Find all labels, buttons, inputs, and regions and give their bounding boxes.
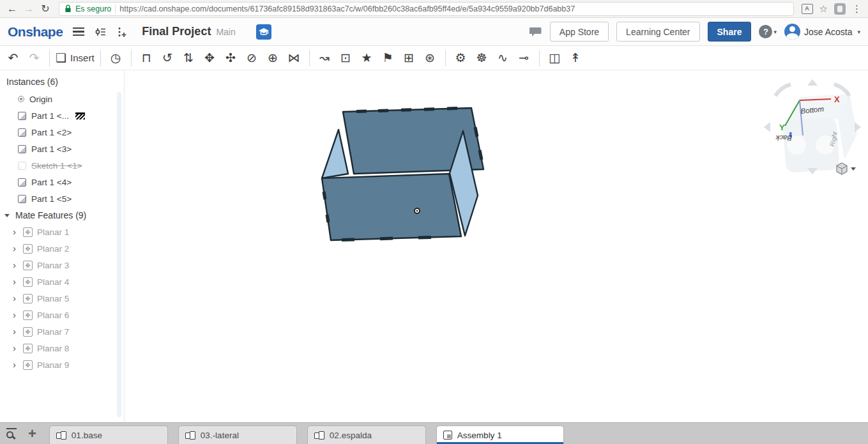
refresh-icon[interactable]: ↻ — [37, 1, 54, 17]
pin-slot-mate-button[interactable]: ⊘ — [243, 49, 261, 68]
box-assembly-model[interactable] — [322, 108, 483, 240]
mate-feature-row[interactable]: Planar 3 — [0, 257, 124, 273]
user-menu[interactable]: Jose Acosta ▾ — [784, 24, 860, 40]
view-cube[interactable]: X Y Bottom Back Right — [764, 79, 861, 174]
group-button[interactable]: ⊛ — [421, 49, 439, 68]
separator[interactable] — [539, 50, 540, 66]
document-tab[interactable]: 01.base — [49, 425, 168, 444]
document-tab[interactable]: 03.-lateral — [178, 425, 297, 444]
ball-mate-button[interactable]: ✣ — [222, 49, 240, 68]
select-region-button[interactable]: ⊡ — [337, 49, 355, 68]
mate-features-title: Mate Features (9) — [15, 210, 86, 220]
document-title[interactable]: Final Project — [142, 25, 211, 38]
planar-mate-button[interactable]: ✥ — [201, 49, 219, 68]
tangent-mate-button[interactable]: ⋈ — [285, 49, 303, 68]
redo-button[interactable]: ↷ — [25, 49, 43, 68]
mate-connector-button[interactable]: ★ — [358, 49, 376, 68]
mate-feature-row[interactable]: Planar 7 — [0, 323, 124, 340]
mate-feature-row[interactable]: Planar 2 — [0, 240, 124, 257]
share-button[interactable]: Share — [708, 22, 752, 42]
gear-relation-button[interactable]: ⚙ — [452, 49, 470, 68]
security-label: Es seguro — [75, 4, 111, 13]
planar-mate-icon — [23, 310, 33, 320]
undo-button[interactable]: ↶ — [4, 49, 22, 68]
named-position-button[interactable]: ⚑ — [379, 49, 397, 68]
instance-row[interactable]: Part 1 <4> — [0, 174, 124, 190]
bookmark-star-icon[interactable]: ☆ — [819, 3, 828, 15]
instance-row[interactable]: Part 1 <5> — [0, 190, 124, 207]
insert-button[interactable]: ❏ Insert — [56, 49, 95, 68]
instance-row[interactable]: Sketch 1 <1> — [0, 157, 124, 174]
chevron-down-icon — [851, 167, 856, 171]
document-tab[interactable]: Assembly 1 — [436, 425, 564, 444]
instance-row[interactable]: Part 1 <... — [0, 107, 124, 124]
main-menu-icon[interactable] — [73, 27, 84, 36]
browser-menu-icon[interactable]: ⋮ — [852, 3, 862, 15]
mate-feature-row[interactable]: Planar 9 — [0, 356, 124, 373]
instance-row[interactable]: Part 1 <2> — [0, 124, 124, 141]
add-tab-icon[interactable] — [28, 427, 36, 440]
separator[interactable] — [100, 50, 101, 66]
rack-relation-button[interactable]: ☸ — [473, 49, 491, 68]
mate-feature-row[interactable]: Planar 5 — [0, 290, 124, 307]
partstudio-icon — [61, 431, 66, 440]
chevron-down-icon: ▾ — [857, 29, 860, 35]
view-options-button[interactable] — [837, 163, 856, 174]
chevron-right-icon — [13, 229, 19, 235]
workspace-name[interactable]: Main — [216, 27, 235, 37]
user-name: Jose Acosta — [804, 27, 853, 37]
belt-relation-button[interactable]: ⊸ — [515, 49, 533, 68]
document-tab[interactable]: 02.espalda — [307, 425, 426, 444]
mate-feature-row[interactable]: Planar 4 — [0, 273, 124, 290]
translate-icon[interactable]: A — [802, 4, 813, 14]
help-menu[interactable]: ? ▾ — [759, 25, 777, 38]
instance-row[interactable]: Part 1 <3> — [0, 141, 124, 157]
mate-feature-row[interactable]: Planar 8 — [0, 340, 124, 356]
separator[interactable] — [445, 50, 446, 66]
slider-mate-button[interactable]: ⇅ — [179, 49, 198, 68]
app-store-button[interactable]: App Store — [550, 22, 609, 42]
extension-icon[interactable] — [834, 3, 846, 15]
part-icon — [18, 145, 26, 153]
panel-scrollbar[interactable] — [117, 92, 121, 417]
search-tabs-icon[interactable] — [6, 428, 17, 440]
chevron-down-icon — [4, 214, 10, 217]
learning-center-button[interactable]: Learning Center — [616, 22, 699, 42]
instances-list: Origin Part 1 <... Part 1 <2> Part 1 <3> — [0, 91, 124, 207]
instance-row[interactable]: Origin — [0, 91, 124, 107]
front-panel[interactable] — [322, 174, 461, 240]
mate-features-header[interactable]: Mate Features (9) — [0, 207, 124, 224]
left-panel[interactable] — [322, 130, 348, 178]
forward-icon[interactable]: → — [20, 1, 37, 17]
screw-relation-button[interactable]: ∿ — [494, 49, 512, 68]
comment-icon[interactable] — [529, 26, 542, 37]
separator[interactable] — [131, 50, 132, 66]
chevron-right-icon — [13, 262, 19, 268]
chevron-right-icon — [13, 312, 19, 318]
header-actions: App Store Learning Center Share ? ▾ Jose… — [529, 22, 860, 42]
snap-mode-button[interactable]: ↝ — [316, 49, 334, 68]
pattern-button[interactable]: ⊞ — [400, 49, 418, 68]
onshape-logo[interactable]: Onshape — [8, 24, 63, 40]
separator[interactable] — [49, 50, 50, 66]
graphics-viewport[interactable]: X Y Bottom Back Right — [125, 70, 868, 422]
mate-feature-row[interactable]: Planar 1 — [0, 224, 124, 240]
separator[interactable] — [309, 50, 310, 66]
exploded-view-button[interactable]: ↟ — [567, 49, 585, 68]
back-icon[interactable]: ← — [4, 1, 20, 17]
versions-icon[interactable] — [95, 26, 107, 38]
browser-address-bar[interactable]: Es seguro https://cad.onshape.com/docume… — [59, 2, 794, 16]
tab-bar-actions — [0, 423, 43, 444]
cylindrical-mate-button[interactable]: ⊕ — [264, 49, 282, 68]
fastened-mate-button[interactable]: ⊓ — [137, 49, 156, 68]
named-views-button[interactable]: ◷ — [107, 49, 125, 68]
app-header: Onshape Final Project Main App Store Lea… — [0, 18, 868, 46]
education-badge-icon[interactable] — [256, 24, 271, 40]
revolute-mate-button[interactable]: ↺ — [158, 49, 177, 68]
section-view-button[interactable]: ◫ — [545, 49, 564, 68]
insert-new-element-icon[interactable] — [116, 26, 128, 38]
divider — [115, 4, 116, 13]
mate-feature-row[interactable]: Planar 6 — [0, 307, 124, 323]
element-tab-bar: 01.base 03.-lateral 02.espalda Assembly … — [0, 422, 868, 444]
instances-title: Instances (6) — [0, 70, 124, 91]
